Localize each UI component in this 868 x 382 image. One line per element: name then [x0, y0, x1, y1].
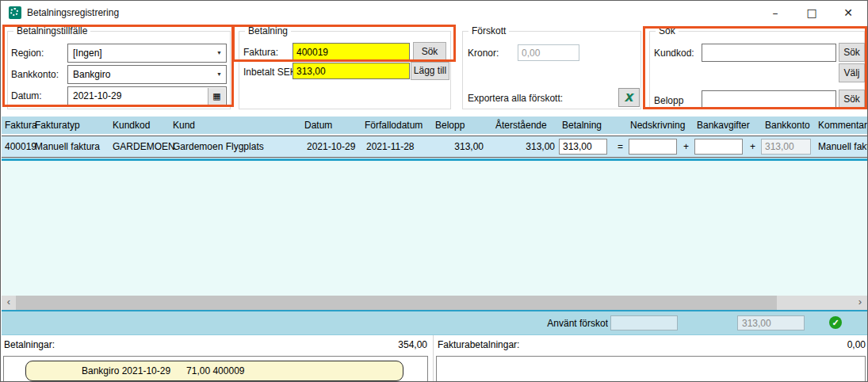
row-bankavgifter-input[interactable] [694, 139, 743, 155]
betalningsregistrering-window: Betalningsregistrering – □ ✕ Betalningst… [0, 0, 868, 382]
inbetalt-input[interactable] [293, 63, 410, 79]
kronor-input [518, 44, 579, 61]
row-kundkod: GARDEMOEN [113, 141, 175, 152]
app-icon-ring [10, 8, 18, 16]
betalningar-label: Betalningar: [4, 339, 55, 350]
grid-body[interactable] [2, 161, 867, 296]
lagg-till-button[interactable]: Lägg till [411, 62, 449, 80]
column-header-datum[interactable]: Datum [304, 120, 332, 131]
betalningar-listbox[interactable]: Bankgiro 2021-10-29 71,00 400009 [3, 356, 428, 382]
anvant-forskott-label: Använt förskot [547, 318, 608, 329]
inbetalt-label: Inbetalt SEK: [243, 67, 299, 78]
row-faktura: 400019 [5, 141, 36, 152]
minimize-icon[interactable]: – [758, 1, 793, 25]
anvant-forskott-strip: Använt förskot ✓ [2, 310, 867, 335]
chevron-down-icon: ▼ [216, 50, 222, 55]
column-header-kundkod[interactable]: Kundkod [113, 120, 150, 131]
faktura-input[interactable] [293, 43, 410, 61]
column-header-forfallodatum[interactable]: Förfallodatum [365, 120, 423, 131]
kronor-label: Kronor: [468, 48, 499, 59]
scroll-left-icon[interactable]: ‹ [2, 296, 16, 310]
kundkod-input[interactable] [702, 44, 836, 62]
bankkonto-label: Bankkonto: [11, 69, 59, 80]
anvant-forskott-input[interactable] [610, 315, 678, 330]
anvant-forskott-amount [737, 315, 805, 330]
region-dropdown[interactable]: [Ingen] ▼ [67, 44, 227, 63]
scrollbar-thumb[interactable] [16, 296, 777, 310]
fakturabetalningar-listbox[interactable] [436, 356, 866, 382]
column-header-aterstaende[interactable]: Återstående [495, 120, 547, 131]
column-header-bankavgifter[interactable]: Bankavgifter [697, 120, 750, 131]
column-header-faktura[interactable]: Faktura [5, 120, 37, 131]
column-header-belopp[interactable]: Belopp [435, 120, 465, 131]
titlebar: Betalningsregistrering – □ ✕ [1, 1, 867, 25]
row-nedskrivning-input[interactable] [629, 139, 677, 155]
group-betalning-title: Betalning [245, 25, 291, 36]
row-aterstaende: 313,00 [495, 141, 555, 152]
faktura-sok-button[interactable]: Sök [413, 42, 446, 61]
column-header-fakturatyp[interactable]: Fakturatyp [35, 120, 80, 131]
column-header-betalning[interactable]: Betalning [562, 120, 602, 131]
calendar-icon[interactable]: ▦ [208, 88, 225, 105]
footer-divider [433, 335, 434, 382]
chevron-down-icon: ▼ [216, 71, 222, 77]
check-circle-icon: ✓ [829, 316, 842, 329]
row-kund: Gardemoen Flygplats [173, 141, 264, 152]
horizontal-scrollbar[interactable]: ‹ › [2, 296, 867, 310]
plus-sign: + [683, 141, 689, 152]
column-header-bankkonto[interactable]: Bankkonto [765, 120, 810, 131]
row-bankkonto-input [761, 139, 811, 155]
group-betalningstillfalle-title: Betalningstillfälle [13, 25, 90, 36]
kundkod-sok-button[interactable]: Sök [839, 43, 865, 62]
valj-button[interactable]: Välj [839, 63, 865, 82]
row-betalning-input[interactable] [559, 139, 607, 155]
close-icon[interactable]: ✕ [831, 1, 866, 25]
column-header-kommentar[interactable]: Kommentar [818, 120, 867, 131]
bankkonto-dropdown[interactable]: Bankgiro ▼ [67, 65, 227, 84]
datum-value: 2021-10-29 [73, 90, 121, 101]
belopp-label: Belopp [654, 95, 683, 106]
group-forskott-title: Förskott [468, 25, 509, 36]
region-dropdown-value: [Ingen] [73, 48, 102, 59]
app-icon [9, 6, 21, 19]
datum-field[interactable]: 2021-10-29 ▦ [67, 86, 227, 106]
row-forfallodatum: 2021-11-28 [366, 141, 415, 152]
grid-header: Faktura Fakturatyp Kundkod Kund Datum Fö… [2, 117, 867, 134]
window-title: Betalningsregistrering [27, 7, 119, 18]
row-belopp: 313,00 [430, 141, 484, 152]
fakturabetalningar-sum: 0,00 [817, 339, 866, 350]
exportera-forskott-button[interactable]: X [618, 88, 640, 107]
maximize-icon[interactable]: □ [794, 1, 829, 25]
row-fakturatyp: Manuell faktura [35, 141, 100, 152]
fakturabetalningar-label: Fakturabetalningar: [438, 339, 519, 350]
column-header-nedskrivning[interactable]: Nedskrivning [630, 120, 685, 131]
belopp-sok-button[interactable]: Sök [839, 90, 865, 109]
group-sok-title: Sök [656, 25, 679, 36]
plus-sign: + [750, 141, 755, 152]
payment-list-item[interactable]: Bankgiro 2021-10-29 71,00 400009 [25, 361, 403, 381]
row-datum: 2021-10-29 [307, 141, 355, 152]
bankkonto-dropdown-value: Bankgiro [73, 69, 110, 80]
exportera-label: Exportera alla förskott: [468, 93, 563, 104]
betalningar-sum: 354,00 [373, 339, 427, 350]
equals-sign: = [618, 141, 623, 152]
belopp-input[interactable] [702, 90, 836, 109]
faktura-label: Faktura: [243, 47, 278, 58]
datum-label: Datum: [11, 90, 42, 101]
scroll-right-icon[interactable]: › [853, 296, 867, 310]
column-header-kund[interactable]: Kund [173, 120, 195, 131]
table-row[interactable]: 400019 Manuell faktura GARDEMOEN Gardemo… [2, 136, 867, 158]
region-label: Region: [11, 48, 44, 59]
row-kommentar: Manuell fakt [818, 141, 868, 152]
excel-export-icon: X [625, 90, 633, 104]
kundkod-label: Kundkod: [654, 48, 694, 59]
